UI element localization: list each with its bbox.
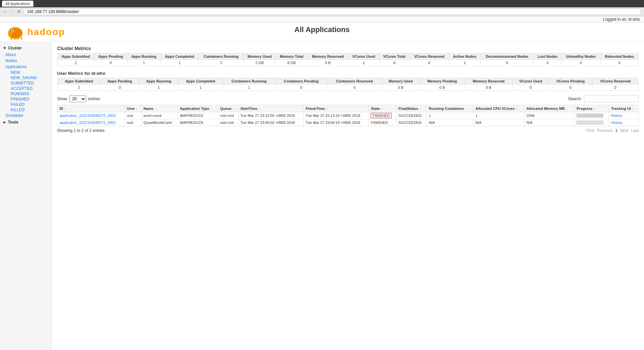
cluster-metric-header: Containers Running: [199, 53, 244, 60]
tracking-ui-link[interactable]: History: [611, 114, 622, 118]
table-column-header[interactable]: Queue ↕: [218, 105, 238, 112]
user-metric-header: Apps Pending: [101, 78, 139, 84]
table-column-header[interactable]: Progress ↕: [575, 105, 609, 112]
table-column-header[interactable]: FinalStatus ↕: [396, 105, 427, 112]
table-column-header[interactable]: Allocated Memory MB ↕: [524, 105, 575, 112]
pagination-last[interactable]: Last: [631, 128, 639, 133]
sidebar-failed[interactable]: FAILED: [8, 102, 51, 107]
sidebar-applications-sub: NEW NEW_SAVING SUBMITTED ACCEPTED RUNNIN…: [0, 70, 51, 113]
user-metric-value: 0: [549, 84, 592, 91]
table-cell: root: [125, 112, 141, 119]
table-column-header[interactable]: Application Type ↕: [178, 105, 218, 112]
user-metric-header: Apps Running: [139, 78, 178, 84]
table-cell: History: [609, 119, 639, 126]
table-cell: MAPREDUCE: [178, 112, 218, 119]
cluster-metric-value: 0: [94, 60, 127, 66]
cluster-metric-value: 0: [600, 60, 638, 66]
sidebar-killed[interactable]: KILLED: [8, 107, 51, 113]
table-column-header[interactable]: Running Containers ↕: [427, 105, 473, 112]
sort-icon: ↕: [232, 107, 234, 111]
reload-icon[interactable]: ⟳: [17, 9, 21, 14]
table-cell: application_1522162696272_0002: [57, 112, 125, 119]
sidebar-nodes[interactable]: Nodes: [0, 58, 51, 64]
address-bar: ← → ⟳: [0, 7, 644, 16]
table-row: application_1522162696272_0002rootword c…: [57, 112, 639, 119]
cluster-metric-value: 1: [199, 60, 244, 66]
search-input[interactable]: [584, 96, 639, 102]
sidebar-accepted[interactable]: ACCEPTED: [8, 86, 51, 91]
user-metric-value: 0: [275, 84, 327, 91]
sidebar-new-saving[interactable]: NEW_SAVING: [8, 75, 51, 80]
app-id-link[interactable]: application_1522162696272_0001: [59, 121, 116, 125]
header-area: hadoop All Applications: [0, 23, 644, 42]
show-entries: Show 20 50 100 entries: [57, 96, 100, 102]
cluster-metrics-table: Apps SubmittedApps PendingApps RunningAp…: [57, 53, 639, 66]
cluster-metric-header: Apps Completed: [161, 53, 199, 60]
cluster-metric-value: 1: [161, 60, 199, 66]
table-column-header[interactable]: Tracking UI ↕: [609, 105, 639, 112]
cluster-metric-value: 8 GB: [276, 60, 307, 66]
table-cell: word count: [141, 112, 178, 119]
sidebar: ▼ Cluster About Nodes Applications NEW N…: [0, 42, 52, 350]
sort-icon: ↕: [566, 107, 568, 111]
table-cell: QuasiMonteCarlo: [141, 119, 178, 126]
back-icon[interactable]: ←: [3, 9, 7, 14]
svg-rect-7: [17, 37, 19, 40]
table-cell: 2048: [524, 112, 575, 119]
table-column-header[interactable]: Name ↕: [141, 105, 178, 112]
sort-icon: ↕: [632, 107, 634, 111]
active-tab[interactable]: All Applications: [2, 1, 33, 7]
pagination-previous[interactable]: Previous: [597, 128, 613, 133]
sort-icon: ↕: [210, 107, 212, 111]
app-id-link[interactable]: application_1522162696272_0002: [59, 114, 116, 118]
pagination-first[interactable]: First: [587, 128, 594, 133]
table-column-header[interactable]: Allocated CPU VCores ↕: [473, 105, 524, 112]
table-cell: 1: [473, 112, 524, 119]
table-cell: root: [125, 119, 141, 126]
sidebar-applications[interactable]: Applications: [0, 64, 51, 70]
user-metrics-table: Apps SubmittedApps PendingApps RunningAp…: [57, 78, 639, 91]
user-metric-header: VCores Reserved: [592, 78, 638, 84]
cluster-metric-header: Apps Running: [127, 53, 161, 60]
svg-rect-8: [21, 37, 22, 40]
url-input[interactable]: [23, 8, 641, 15]
table-footer: Showing 1 to 2 of 2 entries First Previo…: [57, 126, 639, 135]
user-metric-header: Memory Used: [382, 78, 420, 84]
pagination-next[interactable]: Next: [620, 128, 629, 133]
sidebar-finished[interactable]: FINISHED: [8, 97, 51, 102]
table-cell: application_1522162696272_0001: [57, 119, 125, 126]
table-column-header[interactable]: ID ↕: [57, 105, 125, 112]
cluster-metric-value: 2: [57, 60, 94, 66]
table-cell: [575, 112, 609, 119]
table-column-header[interactable]: FinishTime ↕: [304, 105, 369, 112]
cluster-metric-header: VCores Used: [348, 53, 379, 60]
sort-icon: ↕: [258, 107, 260, 111]
tracking-ui-link[interactable]: History: [611, 121, 622, 125]
sidebar-new[interactable]: NEW: [8, 70, 51, 75]
expand-icon: ►: [3, 120, 7, 125]
entries-select[interactable]: 20 50 100: [69, 96, 86, 102]
sidebar-about[interactable]: About: [0, 52, 51, 58]
svg-rect-6: [14, 37, 15, 40]
cluster-metric-value: 0: [480, 60, 534, 66]
showing-entries: Showing 1 to 2 of 2 entries: [57, 128, 105, 133]
cluster-section[interactable]: ▼ Cluster: [0, 44, 51, 52]
table-column-header[interactable]: StartTime ↕: [238, 105, 303, 112]
table-cell: [575, 119, 609, 126]
table-cell: N/A: [524, 119, 575, 126]
forward-icon[interactable]: →: [10, 9, 15, 14]
content-area: Cluster Metrics Apps SubmittedApps Pendi…: [52, 42, 644, 350]
sidebar-submitted[interactable]: SUBMITTED: [8, 80, 51, 86]
cluster-metric-header: Rebooted Nodes: [600, 53, 638, 60]
pagination-current: 1: [615, 128, 618, 133]
table-column-header[interactable]: User ↕: [125, 105, 141, 112]
search-row: Search:: [568, 96, 639, 102]
sidebar-running[interactable]: RUNNING: [8, 91, 51, 97]
sort-icon: ↕: [155, 107, 156, 111]
tools-section[interactable]: ► Tools: [0, 119, 51, 126]
table-cell: Tue Mar 27 23:12:56 +0800 2018: [238, 112, 303, 119]
logged-in-bar: Logged in as: dr.who: [0, 16, 644, 23]
table-column-header[interactable]: State ↕: [369, 105, 396, 112]
show-label: Show: [57, 97, 67, 101]
sidebar-scheduler[interactable]: Scheduler: [0, 113, 51, 119]
